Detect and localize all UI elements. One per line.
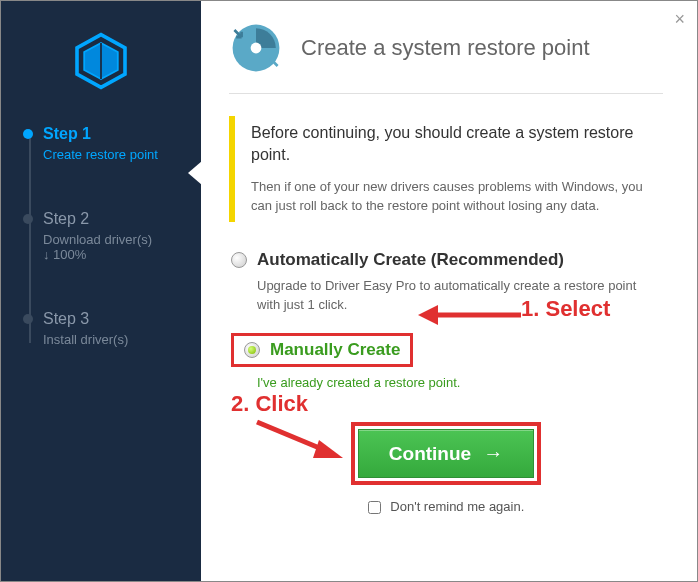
step-title: Step 2	[43, 210, 201, 228]
callout-title: Before continuing, you should create a s…	[251, 122, 663, 167]
continue-button[interactable]: Continue →	[358, 429, 534, 478]
option-description: I've already created a restore point.	[257, 373, 663, 393]
step-subtitle: Create restore point	[43, 147, 201, 162]
step-2[interactable]: Step 2 Download driver(s) ↓ 100%	[25, 210, 201, 310]
option-auto-create[interactable]: Automatically Create (Recommended) Upgra…	[229, 250, 663, 315]
app-logo	[1, 21, 201, 125]
option-manual-create[interactable]: Manually Create I've already created a r…	[229, 333, 663, 393]
continue-label: Continue	[389, 443, 471, 465]
annotation-text-click: 2. Click	[231, 391, 308, 417]
annotation-highlight-box: Continue →	[351, 422, 541, 485]
dialog-window: × Step 1 Create restore point Step 2 Dow…	[0, 0, 698, 582]
active-step-arrow-icon	[188, 161, 202, 185]
step-progress: ↓ 100%	[43, 247, 201, 262]
step-dot-icon	[23, 129, 33, 139]
warning-callout: Before continuing, you should create a s…	[229, 116, 663, 222]
step-subtitle: Install driver(s)	[43, 332, 201, 347]
step-1[interactable]: Step 1 Create restore point	[25, 125, 201, 210]
dialog-header: Create a system restore point	[229, 21, 663, 94]
step-subtitle: Download driver(s)	[43, 232, 201, 247]
option-description: Upgrade to Driver Easy Pro to automatica…	[257, 276, 663, 315]
option-label: Manually Create	[270, 340, 400, 360]
step-title: Step 3	[43, 310, 201, 328]
callout-body: Then if one of your new drivers causes p…	[251, 177, 663, 216]
sidebar: Step 1 Create restore point Step 2 Downl…	[1, 1, 201, 581]
driver-easy-logo-icon	[71, 31, 131, 91]
page-title: Create a system restore point	[301, 35, 590, 61]
annotation-highlight-box: Manually Create	[231, 333, 413, 367]
dont-remind-row: Don't remind me again.	[229, 499, 663, 514]
step-3[interactable]: Step 3 Install driver(s)	[25, 310, 201, 395]
step-dot-icon	[23, 314, 33, 324]
arrow-right-icon: →	[483, 442, 503, 465]
radio-icon[interactable]	[244, 342, 260, 358]
option-label: Automatically Create (Recommended)	[257, 250, 564, 270]
step-title: Step 1	[43, 125, 201, 143]
continue-area: Continue →	[229, 422, 663, 485]
restore-point-icon	[229, 21, 283, 75]
step-dot-icon	[23, 214, 33, 224]
step-list: Step 1 Create restore point Step 2 Downl…	[1, 125, 201, 395]
dont-remind-label: Don't remind me again.	[390, 499, 524, 514]
main-panel: Create a system restore point Before con…	[201, 1, 697, 581]
dont-remind-checkbox[interactable]	[368, 501, 381, 514]
svg-point-4	[251, 43, 262, 54]
radio-icon[interactable]	[231, 252, 247, 268]
